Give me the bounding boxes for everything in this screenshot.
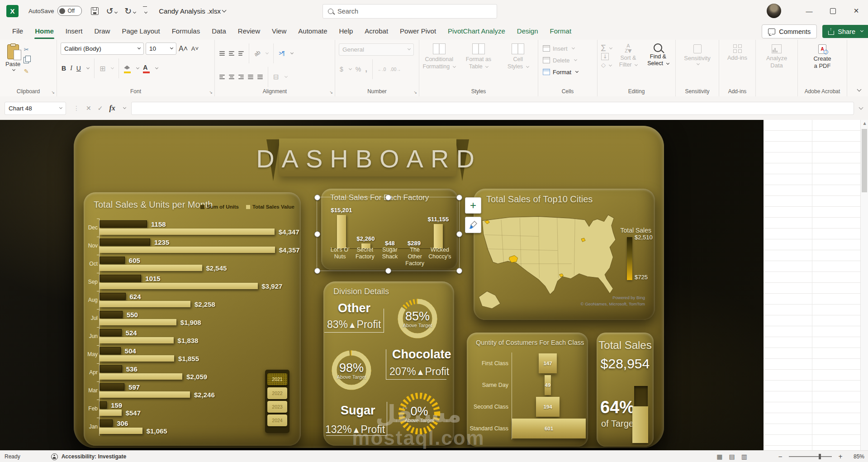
factory-bar[interactable] bbox=[337, 215, 346, 248]
autosave-toggle[interactable]: Off bbox=[57, 6, 82, 16]
alignment-dialog-launcher[interactable]: ↘ bbox=[329, 90, 333, 95]
font-size-select[interactable]: 10 bbox=[146, 43, 176, 55]
font-name-select[interactable]: Calibri (Body) bbox=[61, 43, 144, 55]
accessibility-status[interactable]: Accessibility: Investigate bbox=[62, 453, 126, 460]
redo-button[interactable]: ↻ bbox=[124, 7, 136, 15]
copy-button[interactable] bbox=[21, 55, 31, 65]
units-bar[interactable] bbox=[100, 238, 150, 246]
sales-bar[interactable] bbox=[100, 428, 142, 434]
selection-handle[interactable] bbox=[456, 195, 462, 200]
number-dialog-launcher[interactable]: ↘ bbox=[413, 90, 417, 95]
bold-button[interactable]: B bbox=[62, 65, 66, 72]
tab-view[interactable]: View bbox=[266, 22, 292, 40]
sales-bar[interactable] bbox=[100, 410, 122, 416]
undo-button[interactable]: ↺ bbox=[106, 7, 117, 15]
document-title[interactable]: Candy Analysis .xlsx bbox=[159, 7, 226, 15]
increase-font-icon[interactable]: A˄ bbox=[178, 44, 188, 54]
selection-handle[interactable] bbox=[456, 268, 462, 274]
tab-page-layout[interactable]: Page Layout bbox=[116, 22, 166, 40]
decrease-indent-icon[interactable] bbox=[248, 75, 253, 79]
orientation-icon[interactable]: ab bbox=[253, 49, 261, 57]
tab-data[interactable]: Data bbox=[206, 22, 232, 40]
tab-acrobat[interactable]: Acrobat bbox=[359, 22, 394, 40]
year-slicer-button-2022[interactable]: 2022 bbox=[267, 387, 287, 399]
sales-bar[interactable] bbox=[100, 355, 174, 362]
increase-indent-icon[interactable] bbox=[257, 75, 263, 79]
units-bar[interactable] bbox=[100, 383, 124, 391]
tab-insert[interactable]: Insert bbox=[60, 22, 89, 40]
scrollbar-thumb[interactable] bbox=[862, 129, 867, 192]
tab-draw[interactable]: Draw bbox=[88, 22, 116, 40]
insert-function-button[interactable]: fx bbox=[109, 104, 115, 112]
gauge-other[interactable]: 85% Above Target bbox=[395, 296, 440, 341]
tab-help[interactable]: Help bbox=[333, 22, 359, 40]
user-avatar[interactable] bbox=[767, 4, 781, 18]
selection-handle[interactable] bbox=[385, 268, 391, 274]
gauge-chocolate[interactable]: 98% Above Target bbox=[329, 348, 374, 393]
zoom-slider-thumb[interactable] bbox=[819, 454, 821, 459]
gauge-sugar[interactable]: 0% Above Target bbox=[396, 390, 443, 437]
align-top-icon[interactable] bbox=[219, 51, 225, 56]
units-bar[interactable] bbox=[100, 293, 126, 300]
wrap-text-icon[interactable]: >¶ bbox=[279, 50, 285, 57]
cities-map-chart[interactable]: Total Sales of Top10 Cities bbox=[474, 189, 655, 320]
units-bar[interactable] bbox=[100, 365, 122, 372]
units-bar[interactable] bbox=[100, 347, 121, 354]
year-slicer-button-2023[interactable]: 2023 bbox=[267, 401, 287, 413]
comments-button[interactable]: Comments bbox=[762, 24, 817, 38]
tab-review[interactable]: Review bbox=[232, 22, 266, 40]
italic-button[interactable]: I bbox=[70, 65, 72, 72]
tab-pivotchart-analyze[interactable]: PivotChart Analyze bbox=[442, 22, 511, 40]
chart-styles-button[interactable] bbox=[465, 217, 481, 233]
factory-sales-chart[interactable]: Total Sales For Each Factory $15,201$2,2… bbox=[321, 189, 458, 270]
format-painter-button[interactable]: ✎ bbox=[21, 66, 31, 76]
save-icon[interactable] bbox=[91, 7, 99, 15]
units-bar[interactable] bbox=[100, 257, 125, 264]
tab-format[interactable]: Format bbox=[544, 22, 578, 40]
normal-view-button[interactable]: ▦ bbox=[716, 453, 722, 460]
chart-elements-button[interactable]: + bbox=[465, 197, 481, 214]
units-bar[interactable] bbox=[100, 311, 123, 318]
paste-button[interactable]: Paste bbox=[5, 43, 20, 86]
zoom-out-button[interactable]: − bbox=[778, 453, 783, 460]
sales-bar[interactable] bbox=[100, 319, 176, 325]
tab-automate[interactable]: Automate bbox=[292, 22, 333, 40]
name-box[interactable]: Chart 48 bbox=[5, 102, 66, 115]
quick-access-overflow[interactable] bbox=[143, 6, 147, 16]
funnel-bar[interactable]: 194 bbox=[536, 397, 560, 417]
funnel-bar[interactable]: 147 bbox=[539, 353, 557, 373]
merge-center-icon[interactable]: ⊟ bbox=[273, 73, 279, 81]
align-right-icon[interactable] bbox=[238, 75, 244, 79]
vertical-scrollbar[interactable]: ▲ bbox=[860, 120, 868, 450]
page-break-view-button[interactable]: ▥ bbox=[741, 453, 747, 460]
selection-handle[interactable] bbox=[385, 195, 391, 200]
funnel-bar[interactable]: 601 bbox=[512, 419, 586, 438]
collapse-ribbon-button[interactable] bbox=[856, 86, 861, 94]
sales-bar[interactable] bbox=[100, 283, 258, 289]
tab-power-pivot[interactable]: Power Pivot bbox=[394, 22, 442, 40]
total-sales-kpi[interactable]: Total Sales $28,954 64% of Target bbox=[597, 333, 654, 447]
units-bar[interactable] bbox=[100, 220, 147, 228]
funnel-bar[interactable]: 49 bbox=[545, 375, 550, 395]
fill-color-button[interactable] bbox=[124, 64, 131, 73]
borders-icon[interactable]: ⊞ bbox=[100, 64, 105, 73]
customers-funnel-chart[interactable]: Quntity of Costumers For Each Class Firs… bbox=[467, 333, 588, 447]
tab-file[interactable]: File bbox=[6, 22, 29, 40]
minimize-button[interactable]: — bbox=[797, 0, 821, 22]
clipboard-dialog-launcher[interactable]: ↘ bbox=[51, 90, 55, 95]
align-center-icon[interactable] bbox=[229, 75, 234, 79]
expand-formula-bar-icon[interactable] bbox=[859, 105, 863, 110]
selection-handle[interactable] bbox=[314, 231, 320, 237]
find-select-button[interactable]: Find &Select bbox=[645, 43, 672, 86]
sales-bar[interactable] bbox=[100, 301, 190, 307]
align-middle-icon[interactable] bbox=[229, 51, 234, 56]
sales-bar[interactable] bbox=[100, 373, 182, 380]
autosave-control[interactable]: AutoSave Off bbox=[28, 6, 82, 16]
units-bar[interactable] bbox=[100, 401, 107, 409]
year-slicer-button-2024[interactable]: 2024 bbox=[267, 414, 287, 426]
units-bar[interactable] bbox=[100, 329, 122, 336]
sales-bar[interactable] bbox=[100, 229, 275, 235]
font-dialog-launcher[interactable]: ↘ bbox=[209, 90, 213, 95]
sales-bar[interactable] bbox=[100, 337, 174, 343]
decrease-font-icon[interactable]: A˅ bbox=[190, 44, 200, 54]
